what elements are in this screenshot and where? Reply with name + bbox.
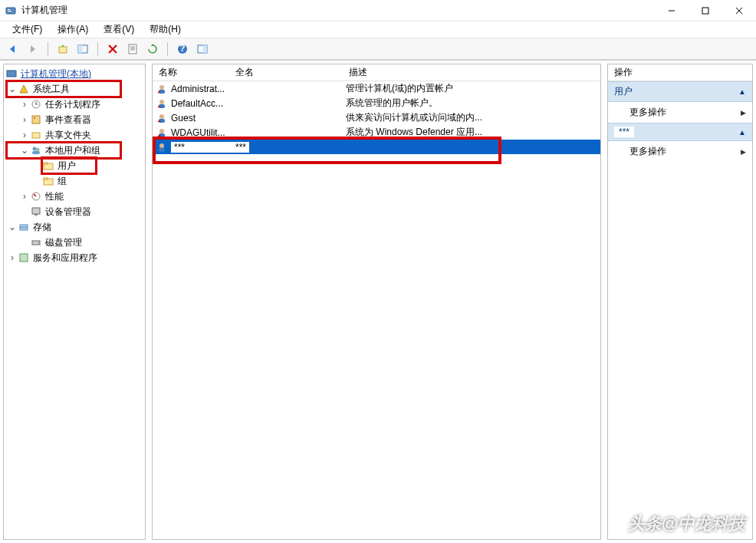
svg-rect-29 xyxy=(32,151,40,154)
tree-services-apps-label: 服务和应用程序 xyxy=(33,252,97,265)
folder-icon xyxy=(42,175,54,187)
svg-rect-25 xyxy=(34,117,35,119)
refresh-button[interactable] xyxy=(144,41,161,58)
svg-point-50 xyxy=(159,143,164,148)
tree-root[interactable]: 计算机管理(本地) xyxy=(4,66,145,81)
chevron-down-icon[interactable]: ⌄ xyxy=(7,84,18,94)
svg-rect-1 xyxy=(8,9,10,10)
cell-name: Guest xyxy=(171,113,232,123)
tree-storage[interactable]: ⌄ 存储 xyxy=(4,219,145,235)
list-panel: 名称 全名 描述 Administrat... 管理计算机(域)的内置帐户 De… xyxy=(152,64,601,540)
delete-button[interactable] xyxy=(104,41,121,58)
col-fullname[interactable]: 全名 xyxy=(229,64,343,81)
action-more-1[interactable]: 更多操作 ▶ xyxy=(608,102,752,123)
tree-event-viewer[interactable]: › 事件查看器 xyxy=(4,112,145,127)
svg-rect-9 xyxy=(78,45,82,53)
tree-groups-label: 组 xyxy=(58,175,67,188)
tree-device-manager-label: 设备管理器 xyxy=(45,206,91,219)
chevron-right-icon[interactable]: › xyxy=(7,252,18,263)
cell-full: *** xyxy=(232,142,346,153)
folder-icon xyxy=(42,160,54,172)
svg-rect-24 xyxy=(32,116,40,123)
tree-task-scheduler[interactable]: › 任务计划程序 xyxy=(4,97,145,112)
help-button[interactable]: ? xyxy=(174,41,191,58)
action-more-2[interactable]: 更多操作 ▶ xyxy=(608,141,752,162)
svg-rect-41 xyxy=(20,254,28,262)
clock-icon xyxy=(30,98,42,110)
svg-rect-36 xyxy=(35,214,38,216)
menu-action[interactable]: 操作(A) xyxy=(50,21,96,38)
menu-help[interactable]: 帮助(H) xyxy=(142,21,189,38)
svg-rect-4 xyxy=(702,8,708,14)
list-row[interactable]: Administrat... 管理计算机(域)的内置帐户 xyxy=(153,81,600,96)
tree-shared-folders-label: 共享文件夹 xyxy=(45,129,91,142)
chevron-right-icon[interactable]: › xyxy=(19,191,30,202)
svg-point-46 xyxy=(159,114,164,119)
cell-desc: 系统管理的用户帐户。 xyxy=(346,97,600,110)
tree-storage-label: 存储 xyxy=(33,221,51,234)
up-button[interactable] xyxy=(54,41,71,58)
properties-button[interactable] xyxy=(124,41,141,58)
tree-users[interactable]: 用户 xyxy=(4,158,145,173)
event-viewer-icon xyxy=(30,114,42,126)
tree-shared-folders[interactable]: › 共享文件夹 xyxy=(4,127,145,143)
forward-button[interactable] xyxy=(25,41,41,58)
chevron-right-icon[interactable]: › xyxy=(19,114,30,125)
tree-disk-management[interactable]: 磁盘管理 xyxy=(4,235,145,250)
disk-icon xyxy=(30,236,42,248)
list-row[interactable]: DefaultAcc... 系统管理的用户帐户。 xyxy=(153,96,600,110)
back-button[interactable] xyxy=(5,41,21,58)
col-name[interactable]: 名称 xyxy=(153,64,229,81)
user-icon xyxy=(156,112,168,124)
collapse-arrow-icon: ▲ xyxy=(738,128,746,137)
cell-name: *** xyxy=(171,142,232,153)
system-tools-icon xyxy=(18,83,30,95)
show-action-pane-button[interactable] xyxy=(194,41,211,58)
cell-name: WDAGUtilit... xyxy=(171,127,232,138)
tree-local-users-groups-label: 本地用户和组 xyxy=(45,144,100,157)
svg-rect-20 xyxy=(7,71,16,77)
menu-file[interactable]: 文件(F) xyxy=(5,21,50,38)
list-row-selected[interactable]: *** *** xyxy=(153,140,600,154)
list-row[interactable]: Guest 供来宾访问计算机或访问域的内... xyxy=(153,110,600,125)
list-row[interactable]: WDAGUtilit... 系统为 Windows Defender 应用... xyxy=(153,125,600,140)
shared-folder-icon xyxy=(30,129,42,141)
svg-point-42 xyxy=(159,85,164,90)
user-icon xyxy=(156,97,168,110)
svg-text:?: ? xyxy=(179,44,185,54)
storage-icon xyxy=(18,221,30,233)
tree-system-tools[interactable]: ⌄ 系统工具 xyxy=(4,81,145,97)
svg-rect-2 xyxy=(8,11,12,12)
show-hide-tree-button[interactable] xyxy=(74,41,91,58)
chevron-right-icon: ▶ xyxy=(741,148,746,156)
tree-services-apps[interactable]: › 服务和应用程序 xyxy=(4,250,145,265)
user-icon xyxy=(156,127,168,139)
action-section-selected[interactable]: *** ▲ xyxy=(608,123,752,141)
chevron-right-icon[interactable]: › xyxy=(19,99,30,110)
svg-rect-37 xyxy=(20,225,28,227)
chevron-down-icon[interactable]: ⌄ xyxy=(7,222,18,232)
action-header: 操作 xyxy=(608,64,752,81)
tree-performance[interactable]: › 性能 xyxy=(4,189,145,204)
tree-users-label: 用户 xyxy=(58,160,76,173)
performance-icon xyxy=(30,190,42,202)
menu-view[interactable]: 查看(V) xyxy=(96,21,142,38)
chevron-right-icon[interactable]: › xyxy=(19,130,30,140)
close-button[interactable] xyxy=(722,0,756,21)
tree-groups[interactable]: 组 xyxy=(4,173,145,189)
col-desc[interactable]: 描述 xyxy=(343,64,600,81)
svg-rect-33 xyxy=(44,178,48,179)
cell-desc: 系统为 Windows Defender 应用... xyxy=(346,126,600,139)
svg-rect-35 xyxy=(32,208,40,214)
tree-local-users-groups[interactable]: ⌄ 本地用户和组 xyxy=(4,143,145,158)
window-title: 计算机管理 xyxy=(21,4,655,17)
svg-point-44 xyxy=(159,100,164,104)
minimize-button[interactable] xyxy=(655,0,689,21)
action-section-users[interactable]: 用户 ▲ xyxy=(608,81,752,102)
chevron-down-icon[interactable]: ⌄ xyxy=(19,145,30,156)
maximize-button[interactable] xyxy=(689,0,722,21)
tree-device-manager[interactable]: 设备管理器 xyxy=(4,204,145,219)
svg-point-40 xyxy=(38,242,39,244)
svg-rect-19 xyxy=(203,45,207,53)
chevron-right-icon: ▶ xyxy=(741,109,746,117)
